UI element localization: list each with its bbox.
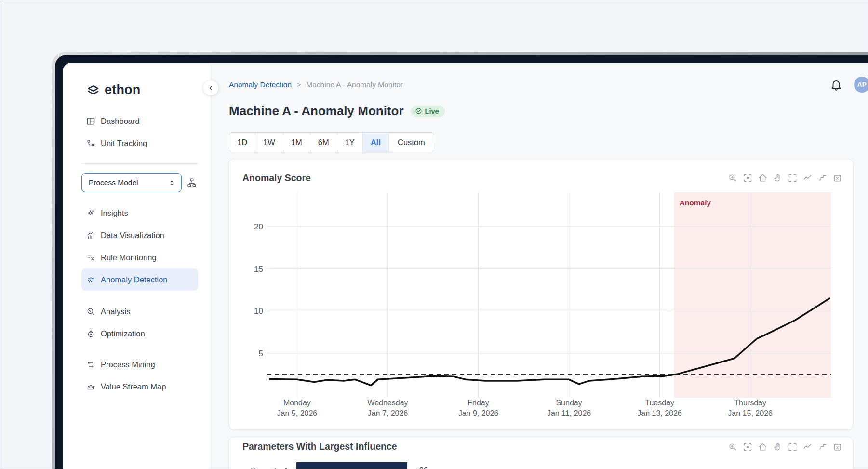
breadcrumb-separator: > [297, 81, 301, 89]
header-actions: AP [830, 77, 868, 93]
analysis-icon [86, 307, 95, 316]
optimization-icon [86, 329, 95, 338]
sidebar: ethon Dashboard Unit Tracking Process Mo… [63, 63, 211, 469]
device-screen-frame: ethon Dashboard Unit Tracking Process Mo… [52, 52, 868, 469]
sidebar-divider [81, 163, 198, 164]
box-select-icon[interactable] [743, 174, 752, 183]
sidebar-group-main: Dashboard Unit Tracking [63, 110, 211, 154]
sidebar-group-process: Process Mining Value Stream Map [63, 353, 211, 398]
range-button-1m[interactable]: 1M [283, 133, 310, 152]
sidebar-item-label: Optimization [101, 329, 145, 338]
range-button-1y[interactable]: 1Y [337, 133, 363, 152]
app-window: ethon Dashboard Unit Tracking Process Mo… [63, 63, 868, 469]
breadcrumb-current: Machine A - Anomaly Monitor [306, 80, 403, 89]
calendar-reset-icon[interactable] [833, 442, 842, 452]
brand-logo[interactable]: ethon [86, 82, 141, 97]
live-status-badge: Live [411, 106, 445, 117]
range-button-6m[interactable]: 6M [310, 133, 337, 152]
calendar-reset-icon[interactable] [833, 174, 842, 183]
notifications-button[interactable] [830, 79, 842, 91]
model-hierarchy-button[interactable] [187, 177, 197, 188]
svg-text:Jan 15, 2026: Jan 15, 2026 [728, 409, 773, 417]
home-icon[interactable] [758, 174, 767, 183]
sidebar-item-label: Data Visualization [101, 231, 164, 240]
svg-text:Sunday: Sunday [556, 399, 582, 407]
bar-value-label: 32 [419, 462, 428, 469]
sidebar-collapse-button[interactable] [203, 80, 218, 95]
box-select-icon[interactable] [743, 442, 752, 452]
sidebar-item-rule-monitoring[interactable]: Rule Monitoring [81, 246, 198, 268]
device-bezel: ethon Dashboard Unit Tracking Process Mo… [55, 55, 868, 469]
chart-toolbar [728, 174, 842, 183]
chart-title: Anomaly Score [242, 173, 311, 184]
svg-text:Jan 11, 2026: Jan 11, 2026 [547, 409, 591, 417]
sidebar-item-value-stream-map[interactable]: Value Stream Map [81, 375, 198, 398]
svg-text:Jan 5, 2026: Jan 5, 2026 [277, 409, 318, 417]
pan-icon[interactable] [773, 442, 782, 452]
autoscale-icon[interactable] [788, 442, 797, 452]
svg-text:Jan 7, 2026: Jan 7, 2026 [368, 409, 408, 417]
dashboard-icon [86, 117, 95, 126]
sidebar-item-label: Anomaly Detection [101, 275, 168, 284]
sidebar-item-label: Insights [101, 209, 128, 218]
svg-text:Monday: Monday [283, 399, 311, 407]
breadcrumb: Anomaly Detection > Machine A - Anomaly … [229, 80, 403, 89]
sidebar-item-insights[interactable]: Insights [81, 202, 198, 224]
sidebar-item-process-mining[interactable]: Process Mining [81, 353, 198, 375]
layers-logo-icon [86, 83, 100, 97]
live-label: Live [425, 107, 439, 115]
range-button-custom[interactable]: Custom [389, 133, 434, 152]
sidebar-group-model: Insights Data Visualization Rule Monitor… [63, 202, 211, 291]
line-mode-icon[interactable] [803, 174, 812, 183]
sidebar-item-label: Value Stream Map [101, 382, 166, 391]
sidebar-item-dashboard[interactable]: Dashboard [81, 110, 198, 132]
sidebar-item-label: Analysis [101, 307, 130, 316]
home-icon[interactable] [758, 442, 767, 452]
chart-title: Parameters With Largest Influence [242, 441, 397, 452]
sidebar-item-label: Unit Tracking [101, 139, 147, 148]
svg-text:Jan 9, 2026: Jan 9, 2026 [458, 409, 499, 417]
step-mode-icon[interactable] [818, 442, 827, 452]
unit-tracking-icon [86, 139, 95, 148]
avatar[interactable]: AP [854, 77, 868, 93]
line-mode-icon[interactable] [803, 442, 812, 452]
range-button-1d[interactable]: 1D [229, 133, 255, 152]
range-button-all[interactable]: All [363, 133, 389, 152]
svg-text:5: 5 [259, 349, 263, 358]
anomaly-score-chart[interactable]: MondayJan 5, 2026WednesdayJan 7, 2026Fri… [229, 159, 854, 422]
range-button-1w[interactable]: 1W [255, 133, 283, 152]
title-row: Machine A - Anomaly Monitor Live [229, 104, 445, 119]
anomaly-score-card: MondayJan 5, 2026WednesdayJan 7, 2026Fri… [229, 159, 853, 430]
autoscale-icon[interactable] [788, 174, 797, 183]
insights-icon [86, 209, 95, 218]
sidebar-item-anomaly-detection[interactable]: Anomaly Detection [81, 268, 198, 291]
breadcrumb-link[interactable]: Anomaly Detection [229, 80, 292, 89]
sidebar-group-analysis: Analysis Optimization [63, 300, 211, 345]
chart-toolbar [728, 442, 842, 452]
process-model-select[interactable]: Process Model [81, 173, 182, 192]
bell-icon [830, 79, 842, 91]
svg-text:Jan 13, 2026: Jan 13, 2026 [637, 409, 682, 417]
svg-text:Anomaly: Anomaly [680, 199, 711, 207]
zoom-in-icon[interactable] [728, 174, 737, 183]
sidebar-item-data-visualization[interactable]: Data Visualization [81, 224, 198, 246]
sidebar-item-unit-tracking[interactable]: Unit Tracking [81, 132, 198, 154]
process-mining-icon [86, 360, 95, 369]
parameters-influence-card: Parameters With Largest Influence Parame… [229, 437, 853, 469]
data-visualization-icon [86, 231, 95, 240]
svg-text:15: 15 [254, 265, 263, 274]
svg-text:Wednesday: Wednesday [367, 399, 408, 407]
sidebar-item-optimization[interactable]: Optimization [81, 322, 198, 345]
sidebar-item-analysis[interactable]: Analysis [81, 300, 198, 322]
process-model-value: Process Model [89, 178, 138, 187]
sitemap-icon [187, 177, 197, 188]
brand-name: ethon [105, 82, 141, 97]
zoom-in-icon[interactable] [728, 442, 737, 452]
chevron-left-icon [207, 84, 214, 92]
svg-text:Friday: Friday [467, 399, 489, 407]
value-stream-icon [86, 382, 95, 391]
pan-icon[interactable] [773, 174, 782, 183]
svg-text:Thursday: Thursday [734, 399, 766, 407]
check-circle-icon [415, 107, 422, 115]
step-mode-icon[interactable] [818, 174, 827, 183]
